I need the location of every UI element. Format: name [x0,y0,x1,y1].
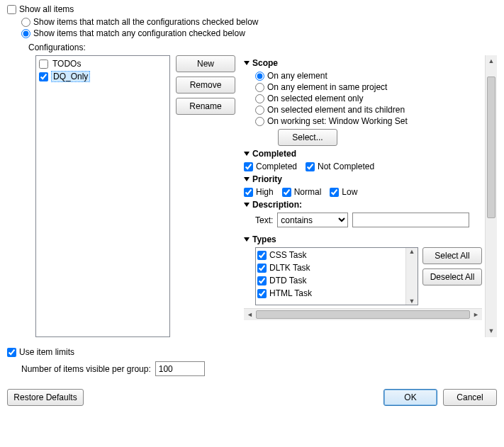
type-checkbox-css[interactable] [257,251,267,260]
priority-high-label: High [256,187,274,197]
caret-down-icon [244,177,250,181]
detail-vertical-scrollbar[interactable]: ▲ ▼ [485,55,497,337]
rename-button[interactable]: Rename [176,98,235,115]
ok-button[interactable]: OK [383,389,437,406]
completed-checkbox[interactable] [244,162,253,171]
priority-high-checkbox[interactable] [244,188,253,197]
type-checkbox-dtd[interactable] [257,276,267,285]
scroll-up-icon[interactable]: ▲ [406,248,418,255]
type-label-dltk: DLTK Task [269,263,310,273]
match-all-radio[interactable] [21,18,30,27]
priority-low-checkbox[interactable] [330,188,339,197]
config-label-dqonly: DQ_Only [51,71,90,82]
config-checkbox-dqonly[interactable] [39,72,48,81]
type-checkbox-html[interactable] [257,289,267,298]
type-label-dtd: DTD Task [269,276,306,285]
not-completed-checkbox[interactable] [306,162,315,171]
scroll-right-icon[interactable]: ► [470,311,482,318]
scope-any-element-radio[interactable] [255,72,264,81]
scrollbar-thumb[interactable] [256,310,470,319]
select-all-button[interactable]: Select All [422,247,482,264]
scope-same-project-radio[interactable] [255,83,264,92]
description-operator-select[interactable]: contains [277,213,348,227]
priority-header[interactable]: Priority [244,174,482,184]
type-label-html: HTML Task [269,288,312,298]
type-item[interactable]: CSS Task [257,249,404,261]
scroll-down-icon[interactable]: ▼ [406,298,418,305]
remove-button[interactable]: Remove [176,77,235,94]
select-working-set-button[interactable]: Select... [278,129,337,146]
configurations-label: Configurations: [28,43,497,52]
scope-any-element-label: On any element [267,71,327,81]
show-all-items-checkbox[interactable] [7,5,16,14]
scroll-up-icon[interactable]: ▲ [486,55,497,67]
type-item[interactable]: DLTK Task [257,261,404,274]
scope-selected-only-label: On selected element only [267,94,363,103]
configurations-list[interactable]: TODOs DQ_Only [35,55,170,337]
scope-working-set-radio[interactable] [255,117,264,126]
deselect-all-button[interactable]: Deselect All [422,268,482,285]
description-value-input[interactable] [352,213,469,227]
priority-normal-label: Normal [294,187,322,197]
items-per-group-label: Number of items visible per group: [21,364,151,374]
types-scrollbar[interactable]: ▲ ▼ [405,248,418,305]
match-any-radio[interactable] [21,29,30,38]
priority-low-label: Low [342,187,357,197]
scope-selected-children-label: On selected element and its children [267,105,405,115]
scope-header[interactable]: Scope [244,58,482,68]
types-header[interactable]: Types [244,234,482,244]
caret-down-icon [244,152,250,156]
caret-down-icon [244,203,250,207]
caret-down-icon [244,237,250,242]
show-all-items-label: Show all items [19,4,74,14]
restore-defaults-button[interactable]: Restore Defaults [7,389,84,406]
config-item-todos[interactable]: TODOs [38,57,168,70]
scroll-left-icon[interactable]: ◄ [244,311,256,318]
types-list[interactable]: CSS Task DLTK Task DTD Task HTML Task ▲ … [255,247,418,305]
scope-selected-only-radio[interactable] [255,94,264,103]
match-any-label: Show items that match any configuration … [33,28,245,38]
description-text-label: Text: [255,215,273,225]
completed-label: Completed [256,162,297,171]
scope-same-project-label: On any element in same project [267,82,387,92]
type-item[interactable]: DTD Task [257,274,404,287]
match-all-label: Show items that match all the configurat… [33,17,259,27]
new-button[interactable]: New [176,55,235,72]
scrollbar-thumb[interactable] [487,77,495,218]
config-label-todos: TODOs [51,59,82,69]
use-item-limits-label: Use item limits [19,347,74,357]
not-completed-label: Not Completed [318,162,374,171]
completed-header[interactable]: Completed [244,149,482,159]
type-label-css: CSS Task [269,250,306,260]
caret-down-icon [244,61,250,65]
scroll-down-icon[interactable]: ▼ [486,325,497,337]
config-item-dqonly[interactable]: DQ_Only [38,70,168,83]
use-item-limits-checkbox[interactable] [7,348,16,357]
type-item[interactable]: HTML Task [257,287,404,300]
cancel-button[interactable]: Cancel [443,389,497,406]
scope-selected-children-radio[interactable] [255,106,264,115]
priority-normal-checkbox[interactable] [282,188,291,197]
items-per-group-input[interactable] [155,361,205,376]
detail-horizontal-scrollbar[interactable]: ◄ ► [244,308,482,320]
type-checkbox-dltk[interactable] [257,264,267,273]
scope-working-set-label: On working set: Window Working Set [267,116,408,126]
description-header[interactable]: Description: [244,200,482,210]
config-checkbox-todos[interactable] [39,60,48,69]
